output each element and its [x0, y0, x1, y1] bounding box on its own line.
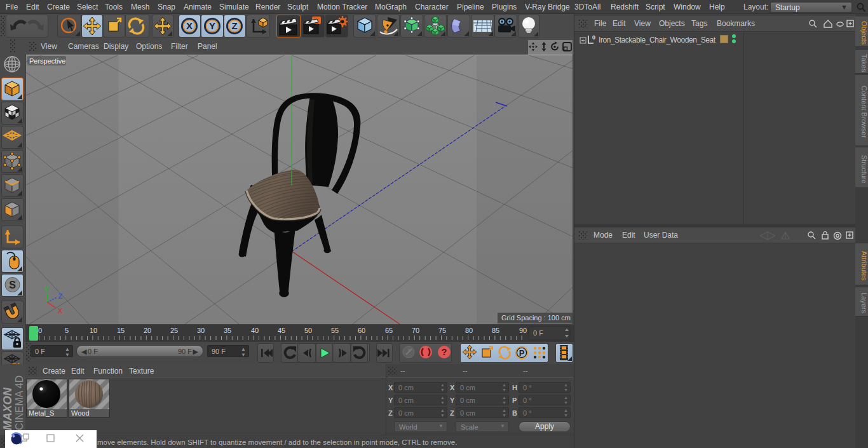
svg-text:Z: Z: [58, 292, 63, 300]
svg-text:5: 5: [65, 327, 69, 334]
svg-text:45: 45: [278, 327, 285, 334]
svg-text:0 F: 0 F: [533, 329, 543, 337]
svg-text:0: 0: [38, 327, 42, 334]
svg-text:80: 80: [465, 327, 473, 334]
svg-text:0: 0: [592, 34, 595, 41]
svg-text:?: ?: [442, 347, 447, 357]
svg-text:CINEMA 4D: CINEMA 4D: [14, 376, 25, 430]
svg-text:Y: Y: [209, 20, 215, 31]
svg-text:20: 20: [144, 327, 151, 334]
svg-text:65: 65: [385, 327, 393, 334]
svg-text:55: 55: [331, 327, 339, 334]
svg-text:70: 70: [412, 327, 419, 334]
svg-text:Metal_S: Metal_S: [29, 409, 54, 417]
svg-text:40: 40: [251, 327, 259, 334]
svg-text:MAXON: MAXON: [1, 387, 14, 430]
svg-text:60: 60: [358, 327, 365, 334]
svg-text:S: S: [9, 280, 16, 290]
svg-text:85: 85: [492, 327, 499, 334]
svg-text:15: 15: [117, 327, 125, 334]
svg-text:30: 30: [197, 327, 205, 334]
svg-text:50: 50: [304, 327, 312, 334]
svg-text:90: 90: [519, 327, 527, 334]
svg-text:Z: Z: [231, 20, 237, 31]
svg-text:10: 10: [90, 327, 97, 334]
svg-text:Grid Spacing : 100 cm: Grid Spacing : 100 cm: [501, 314, 571, 322]
svg-text:75: 75: [438, 327, 446, 334]
svg-text:Perspective: Perspective: [29, 57, 65, 65]
svg-text:P: P: [519, 348, 525, 358]
svg-text:X: X: [58, 307, 63, 315]
svg-text:Wood: Wood: [71, 409, 90, 417]
svg-text:X: X: [186, 20, 193, 31]
svg-text:25: 25: [170, 327, 178, 334]
svg-text:Y: Y: [44, 285, 50, 293]
svg-text:35: 35: [224, 327, 231, 334]
